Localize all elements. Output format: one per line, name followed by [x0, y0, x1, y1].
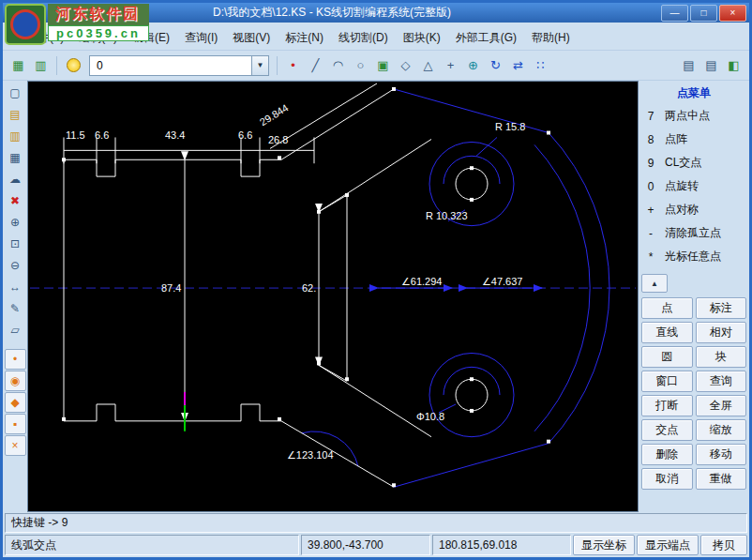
bulb-icon[interactable]: [67, 58, 81, 72]
toolbar: ▦ ▥ 0 ▼ • ╱ ◠ ○ ▣ ◇ △ + ⊕ ↻ ⇄ ∷ ▤ ▤ ◧: [3, 51, 749, 81]
snap-diamond-icon[interactable]: ◆: [5, 392, 26, 413]
dim-29-844: 29.844: [258, 101, 291, 128]
close-button[interactable]: ×: [719, 5, 746, 22]
toolbar-separator: [56, 56, 57, 75]
break-button[interactable]: 打断: [641, 395, 693, 416]
watermark-site-name: 河东软件园: [48, 4, 149, 25]
show-endpoints-button[interactable]: 显示端点: [637, 535, 699, 555]
dim-r10-323: R 10.323: [426, 210, 468, 221]
menu-annotate[interactable]: 标注(N): [278, 28, 331, 48]
hotkey-label: +: [641, 204, 660, 217]
pan-icon[interactable]: ↔: [5, 277, 26, 297]
diamond-tool-icon[interactable]: ◇: [395, 54, 416, 76]
crosshair-tool-icon[interactable]: +: [440, 54, 461, 76]
arc-tool-icon[interactable]: ◠: [327, 54, 349, 76]
line-tool-icon[interactable]: ╱: [305, 54, 326, 76]
site-logo-icon: [5, 4, 46, 45]
cursor-coordinates: 39.800,-43.700: [301, 535, 430, 555]
hotkey-status: 快捷键 -> 9: [5, 513, 747, 533]
menu-item-midpoint[interactable]: 7 两点中点: [641, 104, 746, 128]
cad-drawing: 11.5 6.6 43.4 6.6 26.8 29.844 R 15.8 R 1…: [28, 82, 638, 511]
point-button[interactable]: 点: [641, 297, 693, 319]
delete-icon[interactable]: ✖: [5, 190, 26, 211]
chevron-down-icon[interactable]: ▼: [251, 56, 268, 75]
delete-button[interactable]: 删除: [641, 444, 693, 465]
menu-item-cl-intersection[interactable]: 9 CL交点: [641, 151, 746, 174]
dim-123-104: ∠123.104: [287, 450, 334, 462]
copy-button[interactable]: 拷贝: [700, 535, 747, 555]
array-tool-icon[interactable]: ∷: [530, 54, 551, 76]
menu-block[interactable]: 图块(K): [396, 28, 448, 48]
edit-icon[interactable]: ✎: [5, 298, 26, 319]
dim-26-8: 26.8: [268, 134, 288, 145]
triangle-tool-icon[interactable]: △: [417, 54, 439, 76]
zoom-out-icon[interactable]: ⊖: [5, 255, 26, 276]
menu-item-clear-isolated[interactable]: - 清除孤立点: [641, 221, 746, 245]
menu-item-point-array[interactable]: 8 点阵: [641, 128, 746, 151]
item-label: 点旋转: [660, 178, 699, 194]
hotkey-label: *: [641, 250, 660, 264]
line-button[interactable]: 直线: [641, 322, 693, 343]
snap-circle-icon[interactable]: ◉: [5, 371, 26, 391]
intersection-button[interactable]: 交点: [641, 419, 693, 441]
point-tool-icon[interactable]: •: [282, 54, 304, 76]
redo-button[interactable]: 重做: [696, 468, 747, 490]
menu-item-point-mirror[interactable]: + 点对称: [641, 198, 746, 221]
dim-61-294: ∠61.294: [401, 276, 442, 287]
block-button[interactable]: 块: [696, 346, 747, 368]
rotate-tool-icon[interactable]: ↻: [485, 54, 506, 76]
move-button[interactable]: 移动: [696, 444, 747, 465]
menu-query[interactable]: 查询(I): [177, 28, 225, 48]
mirror-tool-icon[interactable]: ⇄: [507, 54, 529, 76]
menu-wirecut[interactable]: 线切割(D): [331, 28, 396, 48]
layer-select[interactable]: 0 ▼: [89, 55, 269, 76]
zoom-in-icon[interactable]: ⊕: [5, 212, 26, 233]
library-icon[interactable]: ▦: [5, 147, 26, 168]
scroll-up-button[interactable]: ▲: [641, 274, 668, 293]
snap-square-icon[interactable]: ▪: [5, 414, 26, 434]
menu-view[interactable]: 视图(V): [225, 28, 278, 48]
command-button-grid: 点 标注 直线 相对 圆 块 窗口 查询 打断 全屏 交点 缩放 删除 移动 取…: [641, 297, 746, 490]
doc2-icon[interactable]: ▤: [700, 54, 722, 76]
menu-item-cursor-point[interactable]: * 光标任意点: [641, 245, 746, 268]
doc-icon[interactable]: ▤: [678, 54, 699, 76]
image-tool-icon[interactable]: ▣: [372, 54, 394, 76]
maximize-button[interactable]: □: [690, 5, 717, 22]
item-label: 两点中点: [660, 108, 710, 124]
cancel-button[interactable]: 取消: [641, 468, 693, 490]
fullscreen-button[interactable]: 全屏: [696, 395, 747, 416]
picture-icon[interactable]: ▦: [8, 54, 29, 76]
show-coordinates-button[interactable]: 显示坐标: [573, 535, 635, 555]
shape-icon[interactable]: ▱: [5, 320, 26, 341]
open-folder-icon[interactable]: ▤: [5, 104, 26, 125]
zoom-window-icon[interactable]: ⊡: [5, 234, 26, 254]
query-button[interactable]: 查询: [696, 371, 747, 392]
drawing-canvas[interactable]: 11.5 6.6 43.4 6.6 26.8 29.844 R 15.8 R 1…: [27, 81, 639, 512]
menu-item-point-rotate[interactable]: 0 点旋转: [641, 174, 746, 198]
save-icon[interactable]: ▥: [5, 126, 26, 146]
dimension-lines: [64, 83, 377, 421]
new-file-icon[interactable]: ▢: [5, 83, 26, 103]
dim-43-4: 43.4: [165, 130, 185, 142]
hotkey-label: 7: [641, 110, 660, 123]
cloud-icon[interactable]: ☁: [5, 169, 26, 189]
layer-value: 0: [90, 59, 251, 72]
snap-point-icon[interactable]: •: [5, 349, 26, 370]
circle-button[interactable]: 圆: [641, 346, 693, 368]
palette-icon[interactable]: ◧: [723, 54, 744, 76]
snap-grid-icon[interactable]: ▥: [30, 54, 52, 76]
circle-tool-icon[interactable]: ○: [350, 54, 371, 76]
dimension-button[interactable]: 标注: [696, 297, 747, 319]
hotkey-label: 8: [641, 133, 660, 146]
window-button[interactable]: 窗口: [641, 371, 693, 392]
hotkey-label: 9: [641, 157, 660, 170]
zoom-button[interactable]: 缩放: [696, 419, 747, 441]
relative-button[interactable]: 相对: [696, 322, 747, 343]
menu-help[interactable]: 帮助(H): [524, 28, 578, 48]
site-watermark: 河东软件园 pc0359.cn: [5, 4, 149, 45]
point-menu-title[interactable]: 点菜单: [641, 83, 746, 104]
snap-tool-icon[interactable]: ⊕: [462, 54, 484, 76]
menu-external-tools[interactable]: 外部工具(G): [448, 28, 524, 48]
minimize-button[interactable]: —: [661, 5, 688, 22]
snap-cross-icon[interactable]: ×: [5, 435, 26, 456]
